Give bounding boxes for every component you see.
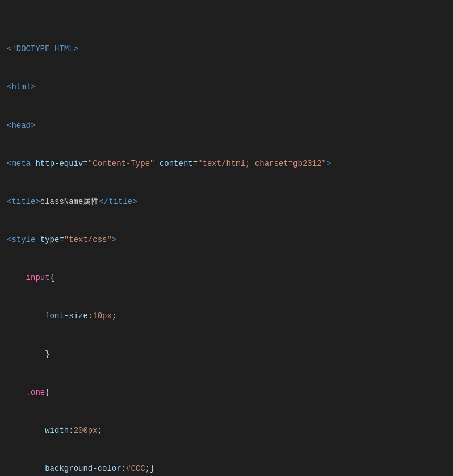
line-5: <title>className属性</title>: [7, 195, 446, 208]
line-9: }: [7, 348, 446, 361]
line-12: background-color:#CCC;}: [7, 462, 446, 475]
line-10: .one{: [7, 386, 446, 399]
line-4: <meta http-equiv="Content-Type" content=…: [7, 157, 446, 170]
line-11: width:200px;: [7, 424, 446, 437]
line-3: <head>: [7, 119, 446, 132]
line-2: <html>: [7, 81, 446, 93]
line-7: input{: [7, 272, 446, 284]
line-1: <!DOCTYPE HTML>: [7, 43, 446, 55]
line-6: <style type="text/css">: [7, 233, 446, 246]
line-8: font-size:10px;: [7, 310, 446, 322]
code-editor: <!DOCTYPE HTML> <html> <head> <meta http…: [7, 5, 446, 476]
